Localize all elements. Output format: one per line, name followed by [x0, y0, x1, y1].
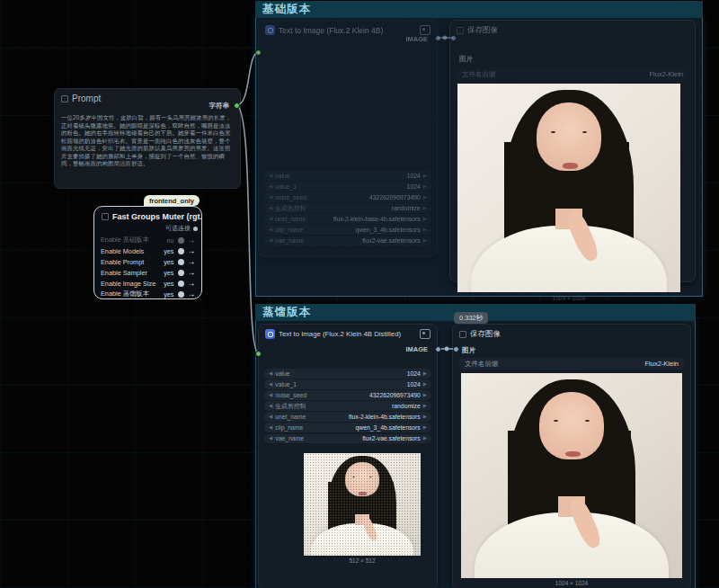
muter-output-label: 可选连接	[165, 224, 191, 233]
widget-clip-name[interactable]: ◀clip_nameqwen_3_4b.safetensors▶	[264, 423, 431, 432]
widget-value[interactable]: ◀value1024▶	[264, 171, 431, 181]
t2i-distilled-node[interactable]: Text to Image (Flux.2 Klein 4B Distilled…	[258, 324, 438, 588]
widget-clip-name[interactable]: ◀clip_nameqwen_3_4b.safetensors▶	[264, 225, 431, 235]
save-base-image-input-port[interactable]	[450, 35, 457, 41]
image-preview-icon[interactable]	[420, 329, 431, 339]
collapse-icon[interactable]	[457, 27, 464, 34]
t2i-base-node[interactable]: Text to Image (Flux.2 Klein 4B) IMAGE ◀v…	[258, 20, 438, 257]
filename-prefix-label: 文件名前缀	[462, 70, 496, 79]
preview-size-label: 512 × 512	[304, 557, 421, 564]
node-type-icon	[265, 329, 275, 339]
muter-row-value[interactable]: yes	[164, 247, 173, 255]
muter-row-label: Enable Image Size	[101, 280, 155, 288]
widget-noise-seed[interactable]: ◀noise_seed432262096973490▶	[264, 390, 431, 400]
filename-prefix-widget[interactable]: 文件名前缀 Flux2-Klein	[457, 68, 688, 80]
jump-arrow-icon[interactable]: →	[188, 290, 196, 298]
t2i-base-text-input-port[interactable]	[255, 49, 262, 56]
prompt-node[interactable]: Prompt 字符串 一位20多岁中国女性，皮肤白皙，拥有一头乌黑亮丽浓黑的长发…	[54, 88, 241, 189]
prompt-output-label: 字符串	[209, 102, 230, 111]
widget-vae-name[interactable]: ◀vae_nameflux2-vae.safetensors▶	[264, 434, 431, 444]
prompt-output-port[interactable]	[234, 102, 240, 109]
frontend-only-badge: frontend_only	[144, 195, 200, 206]
collapse-icon[interactable]	[102, 213, 109, 220]
save-image-base-node[interactable]: 保存图像 图片 文件名前缀 Flux2-Klein 1024 × 1024	[449, 20, 696, 282]
collapse-icon[interactable]	[459, 331, 466, 338]
muter-row-label: Enable 蒸馏版本	[101, 290, 149, 298]
save-distilled-input-label: 图片	[462, 346, 475, 355]
filename-prefix-label: 文件名前缀	[465, 360, 499, 369]
generated-image-base	[457, 84, 680, 292]
group-base-title[interactable]: 基础版本	[255, 1, 703, 18]
save-distilled-image-input-port[interactable]	[453, 346, 459, 352]
widget-noise-seed[interactable]: ◀noise_seed432262096973490▶	[264, 192, 431, 202]
t2i-base-output-label: IMAGE	[405, 35, 428, 43]
widget-vae-name[interactable]: ◀vae_nameflux2-vae.safetensors▶	[264, 236, 431, 246]
save-base-title: 保存图像	[467, 25, 498, 36]
execution-time-badge: 0.332秒	[454, 312, 488, 324]
muter-row-value[interactable]: no	[166, 236, 173, 245]
image-size-label: 1024 × 1024	[457, 295, 680, 301]
widget-unet-name[interactable]: ◀unet_nameflux-2-klein-base-4b.safetenso…	[264, 214, 431, 224]
toggle-dot[interactable]	[178, 259, 184, 265]
muter-output-dot[interactable]	[193, 227, 198, 231]
toggle-dot[interactable]	[178, 281, 184, 287]
muter-row-base[interactable]: Enable 基础版本 no →	[94, 235, 201, 245]
muter-row-label: Enable Models	[101, 247, 144, 255]
widget-value-1[interactable]: ◀value_11024▶	[264, 379, 431, 389]
widget-control-after-generate[interactable]: ◀生成后控制randomize▶	[264, 401, 431, 411]
jump-arrow-icon[interactable]: →	[188, 236, 196, 245]
jump-arrow-icon[interactable]: →	[188, 246, 196, 255]
image-preview-icon[interactable]	[420, 25, 431, 35]
muter-row-value[interactable]: yes	[164, 258, 173, 266]
widget-unet-name[interactable]: ◀unet_nameflux-2-klein-4b.safetensors▶	[264, 412, 431, 422]
node-graph-canvas[interactable]: 基础版本 蒸馏版本 Prompt 字符串 一位20多岁中国女性，皮肤白皙，拥有一…	[0, 0, 719, 588]
generated-image-distilled	[461, 373, 682, 578]
muter-row-prompt[interactable]: Enable Prompt yes →	[94, 256, 201, 267]
muter-row-sampler[interactable]: Enable Sampler yes →	[94, 267, 201, 278]
t2i-distilled-output-label: IMAGE	[405, 345, 428, 353]
muter-row-value[interactable]: yes	[164, 269, 173, 277]
muter-node-title: Fast Groups Muter (rgt...	[112, 212, 201, 221]
node-type-icon	[265, 25, 275, 35]
filename-prefix-value: Flux2-Klein	[644, 360, 679, 368]
prompt-text[interactable]: 一位20多岁中国女性，皮肤白皙，拥有一头乌黑亮丽浓黑的长发，正对着镜头微露地笑。…	[61, 114, 234, 168]
jump-arrow-icon[interactable]: →	[188, 257, 196, 266]
muter-row-image-size[interactable]: Enable Image Size yes →	[94, 278, 201, 289]
muter-row-models[interactable]: Enable Models yes →	[94, 245, 201, 256]
node-preview-image	[304, 453, 421, 556]
filename-prefix-value: Flux2-Klein	[649, 70, 683, 78]
t2i-base-image-output-port[interactable]	[435, 35, 441, 41]
fast-groups-muter-node[interactable]: Fast Groups Muter (rgt... 可选连接 Enable 基础…	[93, 206, 202, 299]
muter-row-value[interactable]: yes	[164, 280, 173, 288]
widget-value-1[interactable]: ◀value_11024▶	[264, 182, 431, 192]
save-distilled-title: 保存图像	[470, 329, 501, 340]
jump-arrow-icon[interactable]: →	[188, 279, 196, 288]
muter-row-label: Enable Prompt	[101, 258, 144, 266]
toggle-dot[interactable]	[178, 248, 184, 254]
widget-control-after-generate[interactable]: ◀生成后控制randomize▶	[264, 203, 431, 213]
t2i-distilled-text-input-port[interactable]	[255, 351, 262, 357]
image-size-label: 1024 × 1024	[461, 580, 682, 586]
toggle-dot[interactable]	[178, 291, 184, 298]
muter-row-value[interactable]: yes	[164, 290, 173, 298]
collapse-icon[interactable]	[61, 95, 68, 102]
jump-arrow-icon[interactable]: →	[188, 268, 196, 277]
toggle-dot[interactable]	[178, 270, 184, 276]
save-base-input-label: 图片	[459, 55, 473, 64]
widget-value[interactable]: ◀value1024▶	[264, 369, 431, 379]
save-image-distilled-node[interactable]: 保存图像 图片 文件名前缀 Flux2-Klein 1024 × 1024	[452, 324, 691, 588]
prompt-node-title: Prompt	[72, 94, 101, 103]
muter-row-label: Enable Sampler	[101, 269, 147, 277]
muter-row-distilled[interactable]: Enable 蒸馏版本 yes →	[94, 289, 201, 299]
t2i-distilled-image-output-port[interactable]	[435, 346, 441, 352]
t2i-base-title: Text to Image (Flux.2 Klein 4B)	[279, 26, 383, 35]
t2i-distilled-title: Text to Image (Flux.2 Klein 4B Distilled…	[279, 330, 401, 338]
toggle-dot[interactable]	[178, 237, 184, 244]
filename-prefix-widget[interactable]: 文件名前缀 Flux2-Klein	[459, 358, 684, 370]
muter-row-label: Enable 基础版本	[101, 236, 149, 245]
